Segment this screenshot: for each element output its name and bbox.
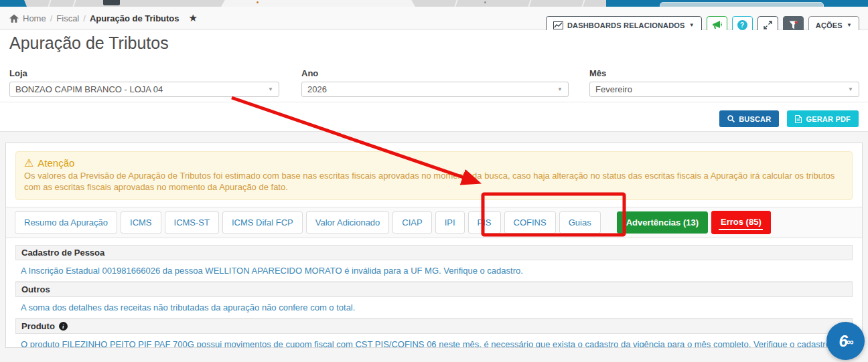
browser-tab-strip [0, 0, 868, 7]
select-caret-icon: ▼ [268, 86, 273, 92]
loja-value: BONZAO CAPIM BRANCO - LOJA 04 [15, 84, 163, 94]
tab-divider [72, 0, 76, 7]
browser-search-pill[interactable] [660, 2, 824, 7]
breadcrumb-bar: Home / Fiscal / Apuração de Tributos ★ D… [0, 7, 868, 29]
section-header-label: Cadastro de Pessoa [21, 248, 104, 258]
expand-arrows-icon [764, 21, 772, 29]
breadcrumb-separator: / [83, 13, 86, 23]
question-mark-icon: ? [737, 20, 747, 30]
active-tab-indicator [719, 229, 763, 230]
info-icon[interactable]: i [59, 322, 68, 331]
ano-field: Ano 2026 ▼ [301, 68, 569, 97]
acoes-label: AÇÕES [816, 21, 843, 29]
tab-divider [48, 0, 51, 7]
mes-field: Mês Fevereiro ▼ [589, 68, 859, 97]
tab-erros[interactable]: Erros (85) [711, 211, 771, 234]
line-chart-icon [553, 21, 563, 29]
messages-list: Cadastro de Pessoa A Inscrição Estadual … [15, 245, 853, 348]
loja-field: Loja BONZAO CAPIM BRANCO - LOJA 04 ▼ [9, 68, 279, 97]
tab-valor-adicionado[interactable]: Valor Adicionado [306, 211, 390, 234]
mes-select[interactable]: Fevereiro ▼ [589, 82, 859, 97]
mes-label: Mês [589, 68, 859, 78]
section-header-produto: Produto i [15, 319, 853, 334]
main-panel: ⚠ Atenção Os valores da Previsão de Apur… [5, 143, 863, 348]
favorite-star-icon[interactable]: ★ [189, 12, 198, 24]
breadcrumb-fiscal[interactable]: Fiscal [56, 13, 79, 23]
brand-chat-bubble[interactable]: 6∞ [826, 322, 865, 360]
form-divider [0, 102, 868, 102]
breadcrumb-separator: / [50, 13, 53, 23]
tab-guias[interactable]: Guias [559, 211, 601, 234]
loja-label: Loja [9, 68, 279, 78]
tab-strip-button[interactable] [103, 0, 120, 5]
mes-value: Fevereiro [595, 84, 632, 94]
form-actions: BUSCAR GERAR PDF [719, 110, 859, 127]
warning-message: A Inscrição Estadual 001981666026 da pes… [15, 260, 853, 282]
tab-pis[interactable]: PIS [468, 211, 501, 234]
page-header-area: Apuração de Tributos Loja BONZAO CAPIM B… [0, 30, 868, 132]
alert-title: Atenção [38, 157, 74, 169]
chevron-down-icon: ▼ [847, 23, 852, 28]
alert-text: Os valores da Previsão de Apuração de Tr… [24, 170, 844, 193]
tab-ipi[interactable]: IPI [435, 211, 465, 234]
search-icon [727, 115, 735, 122]
browser-tab-active-blue[interactable] [0, 0, 27, 7]
buscar-label: BUSCAR [739, 115, 771, 123]
select-caret-icon: ▼ [557, 86, 563, 92]
filter-funnel-icon [789, 21, 798, 29]
section-header-label: Outros [21, 284, 50, 294]
warning-alert: ⚠ Atenção Os valores da Previsão de Apur… [15, 151, 853, 200]
section-header-cadastro-de-pessoa: Cadastro de Pessoa [15, 245, 853, 260]
breadcrumb-current: Apuração de Tributos [90, 13, 179, 23]
chevron-down-icon: ▼ [689, 23, 695, 28]
favicon-dot [484, 1, 486, 3]
tab-advertencias[interactable]: Advertências (13) [617, 211, 708, 234]
warning-triangle-icon: ⚠ [24, 158, 33, 169]
browser-tab-current[interactable] [221, 0, 415, 7]
report-tabbar: Resumo da Apuração ICMS ICMS-ST ICMS Dif… [6, 207, 862, 238]
gerar-pdf-button[interactable]: GERAR PDF [787, 110, 859, 127]
favicon-dot [257, 1, 259, 3]
megaphone-icon [712, 21, 722, 29]
page-title: Apuração de Tributos [9, 33, 169, 53]
tab-ciap[interactable]: CIAP [392, 211, 431, 234]
tab-resumo-da-apuracao[interactable]: Resumo da Apuração [15, 211, 117, 234]
breadcrumb: Home / Fiscal / Apuração de Tributos ★ [9, 7, 198, 29]
select-caret-icon: ▼ [848, 86, 853, 92]
buscar-button[interactable]: BUSCAR [719, 110, 779, 127]
tab-erros-label: Erros (85) [721, 217, 762, 227]
ano-value: 2026 [307, 84, 327, 94]
section-header-label: Produto [21, 321, 55, 331]
browser-header-right [606, 0, 868, 7]
tab-divider [528, 0, 531, 7]
brand-logo-icon: 6∞ [839, 332, 852, 351]
alert-title-row: ⚠ Atenção [24, 157, 844, 169]
breadcrumb-home[interactable]: Home [23, 13, 46, 23]
loja-select[interactable]: BONZAO CAPIM BRANCO - LOJA 04 ▼ [9, 82, 279, 97]
warning-message: O produto FILEZINHO PEITO PIF PAF 700G p… [15, 334, 853, 348]
dashboards-label: DASHBOARDS RELACIONADOS [567, 21, 685, 29]
ano-select[interactable]: 2026 ▼ [301, 82, 569, 97]
tab-icms[interactable]: ICMS [121, 211, 161, 234]
warning-message: A soma dos detalhes das receitas não tri… [15, 297, 853, 319]
tab-icms-st[interactable]: ICMS-ST [165, 211, 219, 234]
tab-cofins[interactable]: COFINS [504, 211, 556, 234]
tab-divider [581, 0, 585, 7]
tab-icms-difal-fcp[interactable]: ICMS Difal FCP [222, 211, 303, 234]
pdf-file-icon [795, 115, 802, 123]
ano-label: Ano [301, 68, 569, 78]
section-header-outros: Outros [15, 282, 853, 297]
tab-divider [454, 0, 457, 7]
gerar-pdf-label: GERAR PDF [806, 115, 851, 123]
home-icon [9, 14, 19, 23]
